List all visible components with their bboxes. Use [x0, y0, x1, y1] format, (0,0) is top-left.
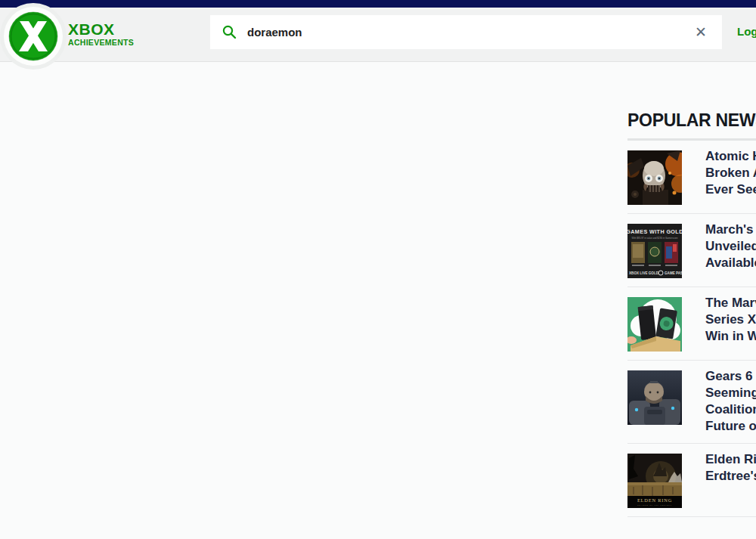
news-item-games-with-gold[interactable]: GAMES WITH GOLD With $85.97 in value and… — [627, 224, 756, 287]
search-input[interactable] — [247, 26, 692, 39]
search-bar: ✕ — [210, 15, 722, 49]
elden-ring-logo-text: ELDEN RING — [637, 497, 672, 503]
atomic-heart-robot-thumbnail[interactable] — [627, 150, 682, 205]
news-item-title: The Marv Series X Win in W — [705, 295, 756, 352]
elden-ring-erdtree-thumbnail[interactable]: ELDEN RING SHADOW OF THE ERDTREE — [627, 454, 682, 508]
news-item-title: Elden Rin Erdtree's — [705, 451, 756, 508]
news-item-atomic-heart[interactable]: Atomic H Broken A Ever Seen — [627, 150, 756, 214]
gears-marcus-fenix-thumbnail[interactable] — [627, 370, 682, 425]
news-item-title: Gears 6 R Seemingly Coalition Future of — [705, 368, 756, 435]
news-item-elden-ring[interactable]: ELDEN RING SHADOW OF THE ERDTREE Elden R… — [627, 454, 756, 517]
login-link[interactable]: Login — [737, 25, 756, 38]
clear-search-button[interactable]: ✕ — [692, 23, 710, 41]
xbox-achievements-logo-icon — [8, 11, 58, 61]
site-logo[interactable] — [0, 3, 67, 70]
news-item-series-x-console[interactable]: The Marv Series X Win in W — [627, 297, 756, 361]
popular-news-heading: POPULAR NEWS — [627, 110, 756, 131]
news-item-title: March's G Unveiled, Available — [705, 221, 756, 278]
gwg-title-text: GAMES WITH GOLD — [627, 228, 682, 235]
heading-divider — [627, 138, 756, 141]
gwg-game-pass-text: GAME PASS — [665, 271, 682, 275]
brand-wordmark[interactable]: XBOX ACHIEVEMENTS — [68, 20, 134, 47]
games-with-gold-promo-thumbnail[interactable]: GAMES WITH GOLD With $85.97 in value and… — [627, 224, 682, 278]
xbox-series-x-unboxing-thumbnail[interactable] — [627, 297, 682, 352]
news-item-title: Atomic H Broken A Ever Seen — [705, 148, 756, 205]
brand-subtitle: ACHIEVEMENTS — [68, 38, 134, 47]
gwg-subtitle-text: With $85.97 in value and $230 in Gamersc… — [631, 237, 677, 240]
gwg-live-gold-text: XBOX LIVE GOLD — [629, 271, 659, 275]
brand-title: XBOX — [68, 20, 134, 38]
search-icon — [222, 25, 237, 39]
top-navy-bar — [0, 0, 756, 8]
elden-ring-sub-text: SHADOW OF THE ERDTREE — [637, 504, 672, 506]
popular-news-section: POPULAR NEWS — [627, 110, 756, 517]
news-item-gears-6[interactable]: Gears 6 R Seemingly Coalition Future of — [627, 370, 756, 444]
